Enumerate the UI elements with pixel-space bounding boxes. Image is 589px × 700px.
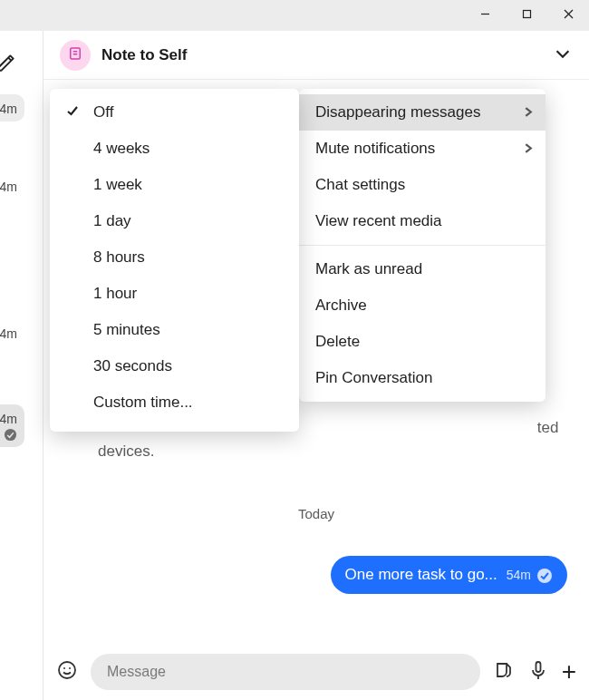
title-bar — [0, 0, 589, 31]
menu-pin-conversation[interactable]: Pin Conversation — [299, 360, 546, 396]
disappearing-submenu: Off 4 weeks 1 week 1 day 8 hours 1 hour … — [50, 89, 299, 432]
submenu-option-label: 1 hour — [93, 285, 137, 302]
submenu-option-30-seconds[interactable]: 30 seconds — [50, 348, 299, 384]
chevron-right-icon — [523, 103, 533, 122]
menu-archive[interactable]: Archive — [299, 287, 546, 324]
menu-item-label: Chat settings — [315, 176, 405, 194]
svg-point-9 — [59, 662, 75, 678]
menu-item-label: Disappearing messages — [315, 103, 480, 122]
maximize-button[interactable] — [506, 0, 547, 27]
message-bubble[interactable]: One more task to go... 54m — [331, 556, 567, 594]
menu-separator — [299, 245, 546, 246]
date-separator: Today — [43, 506, 589, 521]
menu-chat-settings[interactable]: Chat settings — [299, 167, 546, 203]
submenu-option-1-day[interactable]: 1 day — [50, 203, 299, 239]
submenu-option-label: 30 seconds — [93, 357, 172, 374]
menu-item-label: Delete — [315, 333, 360, 351]
submenu-option-off[interactable]: Off — [50, 94, 299, 131]
context-menu: Disappearing messages Mute notifications… — [299, 89, 546, 402]
submenu-option-label: Custom time... — [93, 394, 193, 411]
header-action-icon[interactable] — [553, 44, 573, 67]
svg-point-11 — [69, 667, 71, 669]
compose-icon[interactable] — [0, 51, 20, 76]
list-item-empty: 4m — [0, 102, 17, 116]
submenu-option-1-week[interactable]: 1 week — [50, 167, 299, 203]
message-input[interactable]: Message — [91, 654, 480, 690]
chat-list-rail: 4m 4m 4m 4m — [0, 31, 43, 700]
menu-item-label: Mute notifications — [315, 140, 435, 158]
close-button[interactable] — [547, 0, 589, 27]
chat-title[interactable]: Note to Self — [101, 46, 187, 64]
list-item-time: 4m — [0, 412, 17, 426]
list-item[interactable]: 4m — [0, 94, 24, 122]
submenu-option-5-minutes[interactable]: 5 minutes — [50, 312, 299, 348]
submenu-option-1-hour[interactable]: 1 hour — [50, 276, 299, 312]
menu-mute-notifications[interactable]: Mute notifications — [299, 131, 546, 167]
sticker-button[interactable] — [493, 659, 515, 685]
svg-point-10 — [63, 667, 65, 669]
menu-item-label: Mark as unread — [315, 260, 422, 278]
avatar[interactable] — [60, 40, 91, 71]
submenu-option-custom-time[interactable]: Custom time... — [50, 384, 299, 421]
note-icon — [67, 45, 83, 65]
chevron-right-icon — [523, 140, 533, 158]
submenu-option-label: 8 hours — [93, 248, 145, 266]
submenu-option-label: 1 week — [93, 176, 142, 193]
submenu-option-4-weeks[interactable]: 4 weeks — [50, 131, 299, 167]
list-item-time: 4m — [0, 326, 17, 341]
submenu-option-label: 1 day — [93, 212, 131, 229]
voice-button[interactable] — [527, 659, 549, 685]
svg-rect-12 — [536, 662, 540, 672]
menu-disappearing-messages[interactable]: Disappearing messages — [299, 94, 546, 131]
emoji-button[interactable] — [56, 659, 78, 685]
menu-view-recent-media[interactable]: View recent media — [299, 203, 546, 239]
svg-rect-1 — [523, 10, 530, 17]
submenu-option-label: Off — [93, 103, 113, 121]
submenu-option-label: 4 weeks — [93, 140, 150, 157]
delivered-icon — [536, 566, 553, 584]
list-item[interactable]: 4m — [0, 172, 24, 199]
minimize-button[interactable] — [464, 0, 506, 27]
menu-item-label: View recent media — [315, 212, 442, 230]
message-text: One more task to go... — [345, 566, 497, 584]
attach-button[interactable]: + — [562, 659, 576, 685]
list-item-time: 4m — [0, 180, 17, 194]
check-icon — [66, 103, 79, 122]
list-item[interactable]: 4m — [0, 319, 24, 346]
svg-point-8 — [537, 569, 552, 583]
menu-item-label: Pin Conversation — [315, 369, 432, 387]
chat-header: Note to Self — [43, 31, 589, 80]
menu-delete[interactable]: Delete — [299, 324, 546, 360]
submenu-option-8-hours[interactable]: 8 hours — [50, 239, 299, 276]
list-item-selected[interactable]: 4m — [0, 404, 24, 447]
menu-item-label: Archive — [315, 297, 367, 315]
read-check-icon — [4, 426, 17, 442]
message-placeholder: Message — [107, 664, 166, 680]
message-time: 54m — [507, 568, 531, 582]
submenu-option-label: 5 minutes — [93, 321, 160, 338]
app-frame: 4m 4m 4m 4m Note to Self — [0, 31, 589, 700]
composer: Message + — [43, 644, 589, 700]
menu-mark-unread[interactable]: Mark as unread — [299, 251, 546, 287]
svg-point-4 — [5, 429, 16, 441]
